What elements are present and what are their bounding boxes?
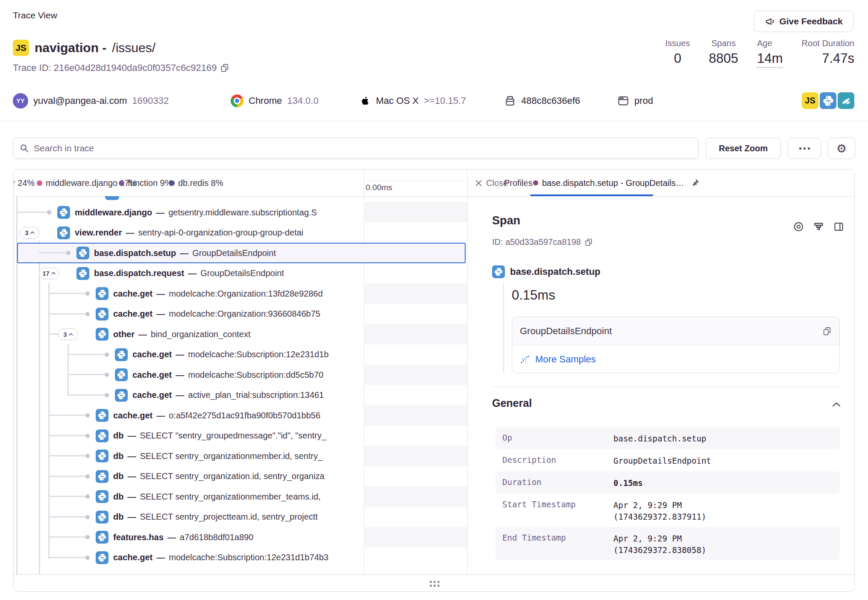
trace-span-row[interactable]: db—SELECT sentry_organization.id, sentry… (14, 466, 467, 487)
more-options-button[interactable] (788, 138, 821, 159)
environment-meta: prod (617, 91, 653, 110)
python-icon (76, 267, 89, 280)
os-meta: Mac OS X >=10.15.7 (359, 91, 466, 110)
span-label: db—SELECT sentry_organization.id, sentry… (113, 466, 362, 487)
detail-panel-border (467, 170, 468, 574)
age-value[interactable]: 14m (757, 51, 783, 68)
settings-button[interactable]: ⚙ (828, 138, 855, 159)
span-separator: — (138, 329, 147, 339)
trace-span-row[interactable]: db—SELECT "sentry_groupedmessage"."id", … (14, 426, 467, 446)
trace-title-row: JS navigation - /issues/ (13, 39, 155, 56)
general-row[interactable]: Duration0.15ms (496, 471, 840, 494)
collapse-count-pill[interactable]: 17 (39, 268, 59, 279)
profile-flamegraph-icon[interactable] (813, 221, 824, 232)
close-tab-button[interactable]: Close (475, 176, 508, 190)
trace-span-row[interactable]: 3other—bind_organization_context (14, 324, 467, 344)
span-description: modelcache:Subscription:dd5c5b70 (188, 370, 323, 380)
time-axis-line (364, 181, 467, 181)
collapse-chevron-icon[interactable] (832, 401, 841, 407)
tab-span-active[interactable]: base.dispatch.setup - GroupDetails… (533, 176, 700, 190)
waterfall-stripe (364, 202, 467, 223)
give-feedback-button[interactable]: Give Feedback (754, 11, 853, 32)
span-description: getsentry.middleware.subscriptiontag.S (168, 208, 317, 218)
span-separator: — (127, 451, 136, 461)
tree-connector (48, 516, 88, 518)
trace-span-row[interactable]: cache.get—modelcache:Organization:936608… (14, 304, 467, 324)
trace-span-row[interactable]: cache.get—modelcache:Organization:13fd28… (14, 283, 467, 304)
platform-icons: JS (802, 92, 854, 109)
trace-span-row[interactable]: cache.get—o:a5f42e275d1ac91fba90f0b570d1… (14, 405, 467, 426)
python-icon (96, 490, 108, 503)
span-op: cache.get (113, 553, 152, 562)
trace-span-row[interactable]: features.has—a7d618b8df01a890 (14, 527, 467, 547)
general-row[interactable]: Opbase.dispatch.setup (496, 427, 840, 449)
trace-span-row[interactable]: middleware.django—getsentry.middleware.s… (14, 202, 467, 223)
tree-connector-dot (85, 535, 90, 539)
span-op: db (113, 451, 123, 461)
span-description: SELECT "sentry_groupedmessage"."id", "se… (140, 431, 326, 441)
tree-connector-dot (85, 515, 90, 519)
collapse-count-pill[interactable]: 3 (20, 227, 40, 239)
pin-icon[interactable] (690, 178, 700, 188)
general-value: GroupDetailsEndpoint (613, 455, 711, 467)
collapse-count-pill[interactable]: 3 (58, 328, 78, 340)
trace-span-row[interactable]: base.dispatch.setup—GroupDetailsEndpoint (14, 243, 467, 263)
trace-span-row[interactable]: cache.get—active_plan_trial:subscription… (14, 385, 467, 406)
span-separator: — (156, 208, 164, 218)
span-description: a7d618b8df01a890 (180, 532, 253, 542)
general-row[interactable]: DescriptionGroupDetailsEndpoint (496, 449, 840, 471)
span-op-header: base.dispatch.setup (492, 265, 601, 278)
more-samples-link[interactable]: More Samples (535, 354, 596, 365)
trace-span-row[interactable]: 17base.dispatch.request—GroupDetailsEndp… (14, 263, 467, 284)
copy-icon[interactable] (220, 63, 229, 73)
span-label: db—SELECT sentry_organizationmember_team… (113, 486, 362, 507)
trace-span-row[interactable]: cache.get—modelcache:Subscription:12e231… (14, 344, 467, 365)
general-row[interactable]: End TimestampApr 2, 9:29 PM(1743629372.8… (496, 527, 840, 560)
search-input[interactable] (34, 143, 692, 153)
trace-span-row[interactable]: db—SELECT sentry_organizationmember_team… (14, 486, 467, 507)
trace-span-row[interactable]: db—SELECT sentry_projectteam.id, sentry_… (14, 507, 467, 527)
general-key: Description (502, 455, 556, 465)
side-panel-layout-icon[interactable] (833, 221, 845, 232)
os-name: Mac OS X (376, 95, 419, 106)
legend-item-function[interactable]: function 9% (119, 170, 173, 196)
general-value: 0.15ms (613, 477, 643, 489)
span-separator: — (127, 471, 136, 481)
copy-icon[interactable] (584, 238, 593, 247)
profiles-tab-label: Profiles (504, 178, 533, 188)
span-label: cache.get—modelcache:Subscription:12e231… (113, 547, 362, 568)
user-meta[interactable]: YY yuval@pangea-ai.com 1690332 (13, 91, 169, 110)
general-row[interactable]: Start TimestampApr 2, 9:29 PM(1743629372… (496, 494, 840, 527)
trace-span-row[interactable]: cache.get—modelcache:Subscription:dd5c5b… (14, 365, 467, 385)
search-icon (19, 143, 29, 153)
tree-connector (67, 374, 107, 375)
tree-connector-dot (66, 251, 70, 255)
legend-item-db-redis[interactable]: db.redis 8% (169, 170, 223, 196)
span-op-name: base.dispatch.setup (510, 266, 601, 277)
device-icon (504, 95, 516, 107)
trace-span-row[interactable]: db—SELECT sentry_organizationmember.id, … (14, 446, 467, 466)
span-separator: — (156, 289, 165, 299)
span-label: cache.get—o:a5f42e275d1ac91fba90f0b570d1… (113, 405, 362, 426)
span-id: ID: a50d33a597ca8198 (492, 237, 593, 247)
window-icon (617, 95, 629, 107)
tree-connector (67, 354, 107, 355)
python-icon (115, 348, 128, 361)
ops-breakdown-legend: or 24% middleware.django 17% function 9%… (14, 170, 467, 196)
reset-zoom-button[interactable]: Reset Zoom (706, 138, 781, 159)
tree-connector (48, 333, 58, 335)
waterfall-stripe (364, 486, 467, 507)
trace-span-row[interactable]: 3view.render—sentry-api-0-organization-g… (14, 223, 467, 243)
search-bar[interactable] (13, 138, 698, 159)
tab-profiles[interactable]: Profiles (504, 176, 533, 190)
trace-span-row[interactable]: cache.get—modelcache:Subscription:12e231… (14, 547, 467, 568)
stat-age: Age 14m (757, 38, 783, 68)
tree-connector (39, 252, 69, 253)
copy-icon[interactable] (822, 326, 832, 336)
waterfall-stripe (364, 324, 467, 344)
waterfall-stripe (364, 446, 467, 466)
section-divider (492, 387, 840, 387)
drag-handle-icon[interactable] (430, 581, 440, 587)
span-description: active_plan_trial:subscription:13461 (188, 390, 324, 400)
focus-icon[interactable] (793, 221, 804, 232)
